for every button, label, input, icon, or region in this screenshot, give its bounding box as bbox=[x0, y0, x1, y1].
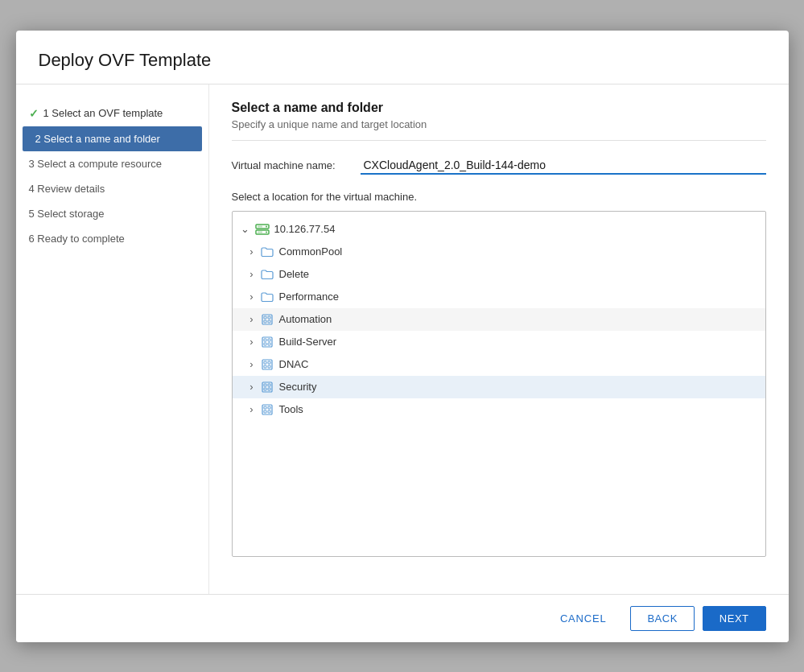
tree-node-tools-label: Tools bbox=[279, 403, 303, 415]
svg-rect-13 bbox=[268, 339, 270, 341]
back-button[interactable]: BACK bbox=[630, 606, 694, 631]
datacenter-icon-3 bbox=[260, 357, 274, 372]
tree-node-commonpool-label: CommonPool bbox=[279, 245, 343, 258]
svg-rect-24 bbox=[264, 388, 266, 390]
svg-rect-17 bbox=[264, 361, 266, 364]
tree-node-delete-label: Delete bbox=[279, 268, 310, 280]
dialog-footer: CANCEL BACK NEXT bbox=[16, 594, 789, 642]
tree-node-dnac[interactable]: DNAC bbox=[233, 353, 765, 376]
deploy-ovf-dialog: Deploy OVF Template ✓ 1 Select an OVF te… bbox=[16, 31, 789, 642]
buildserver-expand-btn[interactable] bbox=[245, 336, 258, 348]
vm-name-row: Virtual machine name: bbox=[232, 157, 766, 175]
dialog-title: Deploy OVF Template bbox=[39, 50, 766, 71]
datacenter-icon bbox=[260, 312, 274, 327]
svg-rect-5 bbox=[258, 231, 262, 233]
location-label: Select a location for the virtual machin… bbox=[232, 191, 766, 203]
tree-node-performance-label: Performance bbox=[279, 291, 339, 303]
tree-node-performance[interactable]: Performance bbox=[233, 286, 765, 308]
dialog-header: Deploy OVF Template bbox=[16, 31, 789, 85]
tree-node-automation[interactable]: Automation bbox=[233, 308, 765, 331]
sidebar-step4-label: 4 Review details bbox=[29, 183, 105, 195]
tree-node-buildserver[interactable]: Build-Server bbox=[233, 331, 765, 353]
sidebar-item-step4[interactable]: 4 Review details bbox=[16, 176, 208, 201]
svg-rect-27 bbox=[264, 406, 266, 409]
commonpool-expand-btn[interactable] bbox=[245, 245, 258, 258]
sidebar-item-step1[interactable]: ✓ 1 Select an OVF template bbox=[16, 101, 208, 126]
checkmark-icon: ✓ bbox=[29, 107, 39, 120]
sidebar: ✓ 1 Select an OVF template 2 Select a na… bbox=[16, 85, 209, 594]
next-button[interactable]: NEXT bbox=[703, 606, 766, 631]
svg-rect-29 bbox=[264, 410, 266, 413]
section-title: Select a name and folder bbox=[232, 101, 766, 115]
tree-root-node[interactable]: ⌄ 10.126.77.54 bbox=[233, 218, 765, 241]
svg-rect-18 bbox=[268, 361, 270, 364]
divider bbox=[232, 140, 766, 141]
sidebar-item-step6[interactable]: 6 Ready to complete bbox=[16, 226, 208, 251]
svg-rect-23 bbox=[268, 384, 270, 386]
tree-node-buildserver-label: Build-Server bbox=[279, 336, 337, 348]
server-icon bbox=[255, 222, 270, 237]
vm-name-input[interactable] bbox=[361, 157, 766, 175]
tree-node-delete[interactable]: Delete bbox=[233, 263, 765, 286]
tree-node-automation-label: Automation bbox=[279, 313, 332, 325]
svg-rect-22 bbox=[264, 384, 266, 386]
tree-node-tools[interactable]: Tools bbox=[233, 398, 765, 421]
svg-point-2 bbox=[266, 225, 267, 227]
svg-rect-14 bbox=[264, 343, 266, 345]
svg-rect-8 bbox=[268, 316, 270, 319]
svg-rect-10 bbox=[268, 320, 270, 323]
sidebar-item-step2[interactable]: 2 Select a name and folder bbox=[23, 126, 202, 151]
delete-expand-btn[interactable] bbox=[245, 268, 258, 281]
svg-rect-30 bbox=[268, 410, 270, 413]
sidebar-item-step3[interactable]: 3 Select a compute resource bbox=[16, 151, 208, 176]
svg-rect-20 bbox=[268, 365, 270, 368]
folder-icon-3 bbox=[260, 290, 274, 304]
dnac-expand-btn[interactable] bbox=[245, 358, 258, 371]
svg-rect-25 bbox=[268, 388, 270, 390]
tree-container[interactable]: ⌄ 10.126.77.54 bbox=[232, 211, 766, 557]
tree-node-commonpool[interactable]: CommonPool bbox=[233, 241, 765, 263]
root-expand-btn[interactable]: ⌄ bbox=[239, 223, 252, 236]
sidebar-step6-label: 6 Ready to complete bbox=[29, 233, 125, 245]
tools-expand-btn[interactable] bbox=[245, 403, 258, 416]
svg-rect-7 bbox=[264, 316, 266, 319]
performance-expand-btn[interactable] bbox=[245, 291, 258, 303]
folder-icon bbox=[260, 245, 274, 259]
datacenter-icon-4 bbox=[260, 380, 274, 394]
tree-node-security-label: Security bbox=[279, 381, 317, 393]
security-expand-btn[interactable] bbox=[245, 381, 258, 394]
svg-point-3 bbox=[266, 231, 267, 233]
main-content: Select a name and folder Specify a uniqu… bbox=[209, 85, 789, 594]
svg-rect-4 bbox=[258, 225, 262, 227]
tree-root-label: 10.126.77.54 bbox=[274, 223, 336, 235]
tree-node-security[interactable]: Security bbox=[233, 376, 765, 398]
svg-rect-19 bbox=[264, 365, 266, 368]
sidebar-step3-label: 3 Select a compute resource bbox=[29, 158, 162, 170]
vm-name-label: Virtual machine name: bbox=[232, 159, 361, 171]
sidebar-step5-label: 5 Select storage bbox=[29, 208, 105, 220]
sidebar-step2-label: 2 Select a name and folder bbox=[35, 133, 160, 145]
svg-rect-15 bbox=[268, 343, 270, 345]
folder-icon-2 bbox=[260, 267, 274, 282]
datacenter-icon-2 bbox=[260, 335, 274, 349]
cancel-button[interactable]: CANCEL bbox=[544, 606, 623, 631]
automation-expand-btn[interactable] bbox=[245, 313, 258, 326]
svg-rect-12 bbox=[264, 339, 266, 341]
svg-rect-9 bbox=[264, 320, 266, 323]
dialog-body: ✓ 1 Select an OVF template 2 Select a na… bbox=[16, 85, 789, 594]
sidebar-item-step5[interactable]: 5 Select storage bbox=[16, 201, 208, 226]
section-subtitle: Specify a unique name and target locatio… bbox=[232, 118, 766, 130]
datacenter-icon-5 bbox=[260, 402, 274, 417]
tree-node-dnac-label: DNAC bbox=[279, 358, 309, 370]
svg-rect-28 bbox=[268, 406, 270, 409]
sidebar-step1-label: 1 Select an OVF template bbox=[43, 107, 163, 119]
